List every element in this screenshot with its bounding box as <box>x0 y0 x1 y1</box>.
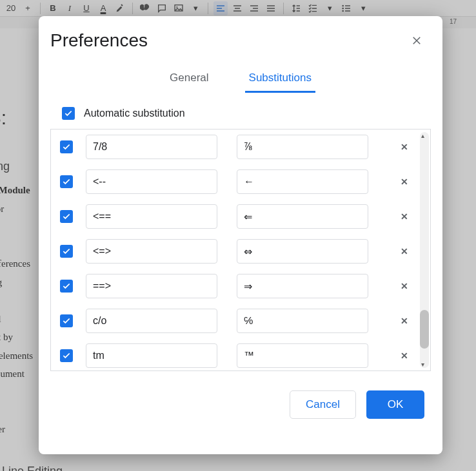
replace-field[interactable]: 7/8 <box>86 135 217 159</box>
with-field[interactable]: ™ <box>237 343 368 368</box>
automatic-substitution-label: Automatic substitution <box>84 108 185 119</box>
row-enable-checkbox[interactable] <box>60 349 73 362</box>
replace-field[interactable]: <-- <box>86 169 217 194</box>
close-icon[interactable] <box>408 32 426 50</box>
row-enable-checkbox[interactable] <box>60 280 73 293</box>
automatic-substitution-checkbox[interactable] <box>62 107 75 120</box>
delete-row-icon[interactable]: ✕ <box>398 281 411 291</box>
substitution-row: c/o℅✕ <box>51 303 430 338</box>
with-field[interactable]: ⇐ <box>237 204 368 229</box>
replace-field[interactable]: <=> <box>86 239 217 264</box>
dialog-tabs: General Substitutions <box>39 55 442 93</box>
row-enable-checkbox[interactable] <box>60 175 73 188</box>
delete-row-icon[interactable]: ✕ <box>398 211 411 222</box>
scrollbar[interactable]: ▴ ▾ <box>420 132 429 368</box>
row-enable-checkbox[interactable] <box>60 210 73 223</box>
scroll-thumb[interactable] <box>420 310 429 349</box>
dialog-title: Preferences <box>50 30 148 51</box>
delete-row-icon[interactable]: ✕ <box>398 246 411 256</box>
substitution-row: <==⇐✕ <box>51 199 430 234</box>
delete-row-icon[interactable]: ✕ <box>398 351 411 361</box>
substitution-row: 7/8⅞✕ <box>51 130 430 164</box>
scroll-down-icon[interactable]: ▾ <box>421 361 424 368</box>
delete-row-icon[interactable]: ✕ <box>398 177 411 187</box>
cancel-button[interactable]: Cancel <box>290 390 356 419</box>
preferences-dialog: Preferences General Substitutions Automa… <box>39 16 442 454</box>
row-enable-checkbox[interactable] <box>60 314 73 327</box>
with-field[interactable]: ⇒ <box>237 274 368 298</box>
with-field[interactable]: ⅞ <box>237 135 368 159</box>
substitution-row: tm™✕ <box>51 338 430 371</box>
substitution-list: 7/8⅞✕<--←✕<==⇐✕<=>⇔✕==>⇒✕c/o℅✕tm™✕ ▴ ▾ <box>50 129 431 371</box>
tab-substitutions[interactable]: Substitutions <box>245 66 315 93</box>
row-enable-checkbox[interactable] <box>60 140 73 153</box>
delete-row-icon[interactable]: ✕ <box>398 316 411 326</box>
ok-button[interactable]: OK <box>366 390 424 419</box>
replace-field[interactable]: c/o <box>86 309 217 333</box>
replace-field[interactable]: tm <box>86 343 217 368</box>
replace-field[interactable]: <== <box>86 204 217 229</box>
substitution-row: ==>⇒✕ <box>51 269 430 303</box>
substitution-row: <--←✕ <box>51 164 430 199</box>
replace-field[interactable]: ==> <box>86 274 217 298</box>
tab-general[interactable]: General <box>166 66 212 93</box>
substitution-row: <=>⇔✕ <box>51 234 430 269</box>
row-enable-checkbox[interactable] <box>60 245 73 258</box>
with-field[interactable]: ← <box>237 169 368 194</box>
with-field[interactable]: ℅ <box>237 309 368 333</box>
delete-row-icon[interactable]: ✕ <box>398 142 411 152</box>
scroll-up-icon[interactable]: ▴ <box>421 132 424 139</box>
with-field[interactable]: ⇔ <box>237 239 368 264</box>
